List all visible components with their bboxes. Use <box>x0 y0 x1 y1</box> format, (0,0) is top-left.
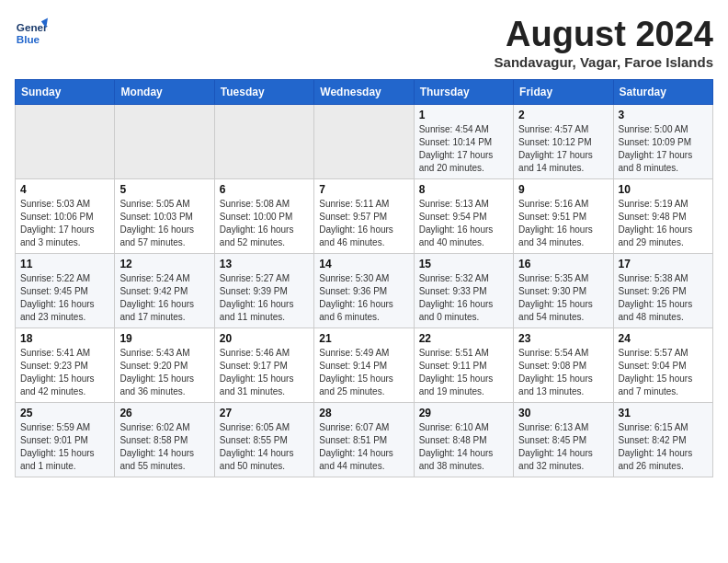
header: General Blue August 2024 Sandavagur, Vag… <box>15 15 713 70</box>
logo: General Blue <box>15 15 48 48</box>
day-number: 31 <box>619 407 708 419</box>
day-info: Sunrise: 5:11 AM Sunset: 9:57 PM Dayligh… <box>319 198 408 249</box>
day-number: 22 <box>419 332 508 345</box>
calendar-cell <box>16 105 115 179</box>
day-of-week-header: Wednesday <box>314 80 414 105</box>
svg-text:Blue: Blue <box>17 33 40 45</box>
day-number: 12 <box>119 258 209 270</box>
day-info: Sunrise: 5:38 AM Sunset: 9:26 PM Dayligh… <box>619 272 708 324</box>
calendar-cell: 2Sunrise: 4:57 AM Sunset: 10:12 PM Dayli… <box>514 105 613 179</box>
day-info: Sunrise: 4:57 AM Sunset: 10:12 PM Daylig… <box>518 123 608 175</box>
logo-icon: General Blue <box>15 15 48 48</box>
calendar-week-row: 11Sunrise: 5:22 AM Sunset: 9:45 PM Dayli… <box>16 254 713 328</box>
day-of-week-header: Tuesday <box>214 80 313 105</box>
day-number: 30 <box>518 407 608 419</box>
day-of-week-header: Saturday <box>613 80 712 105</box>
day-info: Sunrise: 6:05 AM Sunset: 8:55 PM Dayligh… <box>220 421 309 473</box>
day-info: Sunrise: 5:05 AM Sunset: 10:03 PM Daylig… <box>119 198 209 249</box>
calendar-cell <box>115 105 214 179</box>
day-number: 24 <box>619 332 708 345</box>
day-number: 4 <box>20 183 109 196</box>
calendar-cell: 26Sunrise: 6:02 AM Sunset: 8:58 PM Dayli… <box>115 403 214 477</box>
calendar-week-row: 1Sunrise: 4:54 AM Sunset: 10:14 PM Dayli… <box>16 105 713 179</box>
calendar-cell: 17Sunrise: 5:38 AM Sunset: 9:26 PM Dayli… <box>613 254 712 328</box>
calendar-header-row: SundayMondayTuesdayWednesdayThursdayFrid… <box>16 80 713 105</box>
calendar-cell: 27Sunrise: 6:05 AM Sunset: 8:55 PM Dayli… <box>214 403 313 477</box>
calendar-week-row: 4Sunrise: 5:03 AM Sunset: 10:06 PM Dayli… <box>16 179 713 254</box>
day-number: 29 <box>419 407 508 419</box>
calendar-cell: 7Sunrise: 5:11 AM Sunset: 9:57 PM Daylig… <box>314 179 414 254</box>
calendar-cell: 18Sunrise: 5:41 AM Sunset: 9:23 PM Dayli… <box>16 328 115 403</box>
day-info: Sunrise: 4:54 AM Sunset: 10:14 PM Daylig… <box>419 123 508 175</box>
day-number: 21 <box>319 332 408 345</box>
day-info: Sunrise: 5:13 AM Sunset: 9:54 PM Dayligh… <box>419 198 508 249</box>
day-info: Sunrise: 5:30 AM Sunset: 9:36 PM Dayligh… <box>319 272 408 324</box>
day-number: 20 <box>220 332 309 345</box>
day-info: Sunrise: 6:13 AM Sunset: 8:45 PM Dayligh… <box>518 421 608 473</box>
calendar-week-row: 18Sunrise: 5:41 AM Sunset: 9:23 PM Dayli… <box>16 328 713 403</box>
calendar-cell: 8Sunrise: 5:13 AM Sunset: 9:54 PM Daylig… <box>414 179 513 254</box>
subtitle: Sandavagur, Vagar, Faroe Islands <box>495 54 713 70</box>
day-number: 7 <box>319 183 408 196</box>
calendar-cell: 16Sunrise: 5:35 AM Sunset: 9:30 PM Dayli… <box>514 254 613 328</box>
day-info: Sunrise: 6:02 AM Sunset: 8:58 PM Dayligh… <box>119 421 209 473</box>
day-info: Sunrise: 5:54 AM Sunset: 9:08 PM Dayligh… <box>518 347 608 398</box>
calendar: SundayMondayTuesdayWednesdayThursdayFrid… <box>15 79 713 477</box>
day-number: 6 <box>220 183 309 196</box>
day-info: Sunrise: 6:10 AM Sunset: 8:48 PM Dayligh… <box>419 421 508 473</box>
calendar-cell: 13Sunrise: 5:27 AM Sunset: 9:39 PM Dayli… <box>214 254 313 328</box>
day-info: Sunrise: 5:59 AM Sunset: 9:01 PM Dayligh… <box>20 421 109 473</box>
calendar-cell: 12Sunrise: 5:24 AM Sunset: 9:42 PM Dayli… <box>115 254 214 328</box>
day-number: 18 <box>20 332 109 345</box>
day-number: 26 <box>119 407 209 419</box>
day-info: Sunrise: 6:07 AM Sunset: 8:51 PM Dayligh… <box>319 421 408 473</box>
day-number: 13 <box>220 258 309 270</box>
day-info: Sunrise: 5:35 AM Sunset: 9:30 PM Dayligh… <box>518 272 608 324</box>
day-number: 9 <box>518 183 608 196</box>
day-of-week-header: Thursday <box>414 80 513 105</box>
calendar-cell: 19Sunrise: 5:43 AM Sunset: 9:20 PM Dayli… <box>115 328 214 403</box>
day-info: Sunrise: 5:08 AM Sunset: 10:00 PM Daylig… <box>220 198 309 249</box>
day-number: 11 <box>20 258 109 270</box>
day-info: Sunrise: 5:22 AM Sunset: 9:45 PM Dayligh… <box>20 272 109 324</box>
calendar-cell: 24Sunrise: 5:57 AM Sunset: 9:04 PM Dayli… <box>613 328 712 403</box>
calendar-cell: 23Sunrise: 5:54 AM Sunset: 9:08 PM Dayli… <box>514 328 613 403</box>
calendar-cell: 21Sunrise: 5:49 AM Sunset: 9:14 PM Dayli… <box>314 328 414 403</box>
day-info: Sunrise: 5:41 AM Sunset: 9:23 PM Dayligh… <box>20 347 109 398</box>
day-info: Sunrise: 5:24 AM Sunset: 9:42 PM Dayligh… <box>119 272 209 324</box>
day-number: 16 <box>518 258 608 270</box>
day-number: 14 <box>319 258 408 270</box>
day-info: Sunrise: 5:46 AM Sunset: 9:17 PM Dayligh… <box>220 347 309 398</box>
calendar-cell <box>314 105 414 179</box>
day-number: 10 <box>619 183 708 196</box>
day-number: 3 <box>619 109 708 121</box>
day-info: Sunrise: 5:32 AM Sunset: 9:33 PM Dayligh… <box>419 272 508 324</box>
day-info: Sunrise: 5:57 AM Sunset: 9:04 PM Dayligh… <box>619 347 708 398</box>
day-number: 19 <box>119 332 209 345</box>
day-info: Sunrise: 5:43 AM Sunset: 9:20 PM Dayligh… <box>119 347 209 398</box>
calendar-cell: 30Sunrise: 6:13 AM Sunset: 8:45 PM Dayli… <box>514 403 613 477</box>
day-info: Sunrise: 5:27 AM Sunset: 9:39 PM Dayligh… <box>220 272 309 324</box>
day-of-week-header: Friday <box>514 80 613 105</box>
calendar-cell: 4Sunrise: 5:03 AM Sunset: 10:06 PM Dayli… <box>16 179 115 254</box>
calendar-cell: 15Sunrise: 5:32 AM Sunset: 9:33 PM Dayli… <box>414 254 513 328</box>
calendar-cell: 5Sunrise: 5:05 AM Sunset: 10:03 PM Dayli… <box>115 179 214 254</box>
day-number: 8 <box>419 183 508 196</box>
day-number: 2 <box>518 109 608 121</box>
day-of-week-header: Monday <box>115 80 214 105</box>
calendar-cell: 3Sunrise: 5:00 AM Sunset: 10:09 PM Dayli… <box>613 105 712 179</box>
calendar-cell: 22Sunrise: 5:51 AM Sunset: 9:11 PM Dayli… <box>414 328 513 403</box>
calendar-cell: 6Sunrise: 5:08 AM Sunset: 10:00 PM Dayli… <box>214 179 313 254</box>
day-info: Sunrise: 5:00 AM Sunset: 10:09 PM Daylig… <box>619 123 708 175</box>
calendar-cell <box>214 105 313 179</box>
day-number: 25 <box>20 407 109 419</box>
calendar-week-row: 25Sunrise: 5:59 AM Sunset: 9:01 PM Dayli… <box>16 403 713 477</box>
day-number: 17 <box>619 258 708 270</box>
day-info: Sunrise: 5:03 AM Sunset: 10:06 PM Daylig… <box>20 198 109 249</box>
day-info: Sunrise: 5:19 AM Sunset: 9:48 PM Dayligh… <box>619 198 708 249</box>
day-number: 27 <box>220 407 309 419</box>
calendar-cell: 31Sunrise: 6:15 AM Sunset: 8:42 PM Dayli… <box>613 403 712 477</box>
calendar-cell: 11Sunrise: 5:22 AM Sunset: 9:45 PM Dayli… <box>16 254 115 328</box>
calendar-cell: 1Sunrise: 4:54 AM Sunset: 10:14 PM Dayli… <box>414 105 513 179</box>
calendar-cell: 29Sunrise: 6:10 AM Sunset: 8:48 PM Dayli… <box>414 403 513 477</box>
